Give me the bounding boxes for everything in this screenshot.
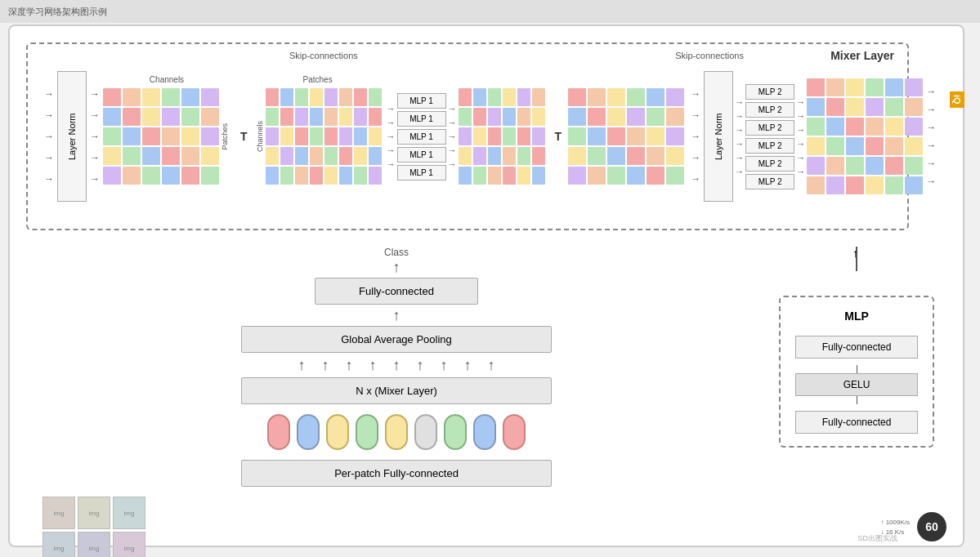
mlp2-box-4: MLP 2 <box>745 138 794 154</box>
mlp-fc-top: Fully-connected <box>795 336 918 359</box>
up-arrow-8: ↑ <box>464 358 472 372</box>
layer-norm-2: Layer Norm <box>704 71 733 202</box>
capsule-5 <box>385 414 408 450</box>
fully-connected-box: Fully-connected <box>315 278 478 305</box>
patch-grid-2 <box>266 88 382 185</box>
mlp-title: MLP <box>844 310 869 323</box>
mlp2-box-6: MLP 2 <box>745 174 794 189</box>
counter-badge: 60 <box>917 512 946 541</box>
up-arrow-6: ↑ <box>417 358 424 372</box>
channels-label: Channels <box>150 75 184 84</box>
top-bar-text: 深度学习网络架构图示例 <box>8 6 107 18</box>
capsule-8 <box>473 414 496 450</box>
patches-label: Patches <box>221 123 229 150</box>
speed-upload: ↑ 1009K/s <box>880 518 910 528</box>
iq-badge: iQ <box>950 91 964 108</box>
n-mixer-layer-box: N x (Mixer Layer) <box>241 377 552 404</box>
capsule-1 <box>267 414 290 450</box>
capsule-4 <box>356 414 378 450</box>
t-label-1: T <box>240 130 248 143</box>
capsule-2 <box>297 414 320 450</box>
mlp-fc-bottom: Fully-connected <box>795 411 918 434</box>
output-patch-grid-2 <box>568 88 684 185</box>
mlp2-box-5: MLP 2 <box>745 156 794 172</box>
global-avg-pooling-box: Global Average Pooling <box>241 326 552 353</box>
mlp1-box-2: MLP 1 <box>397 111 446 127</box>
t-label-2: T <box>555 130 562 143</box>
mlp1-box-5: MLP 1 <box>397 165 446 180</box>
up-arrow-class: ↑ <box>393 260 401 274</box>
mlp2-box-3: MLP 2 <box>745 120 794 136</box>
layer-norm-1: Layer Norm <box>57 71 87 202</box>
up-arrow-7: ↑ <box>441 358 448 372</box>
capsule-3 <box>326 414 349 450</box>
mixer-layer-title: Mixer Layer <box>830 49 894 62</box>
per-patch-fc-box: Per-patch Fully-connected <box>241 460 552 487</box>
main-container: iQ Mixer Layer Skip-connections Skip-con… <box>8 25 964 547</box>
skip-conn-left-label: Skip-connections <box>289 51 358 60</box>
mlp1-box-3: MLP 1 <box>397 129 446 145</box>
top-bar: 深度学习网络架构图示例 <box>0 0 980 23</box>
mlp2-box-2: MLP 2 <box>745 102 794 118</box>
multi-arrows-gap: ↑ ↑ ↑ ↑ ↑ ↑ ↑ ↑ ↑ <box>298 358 495 372</box>
up-arrow-fc: ↑ <box>393 308 401 323</box>
mlp2-box-1: MLP 2 <box>745 84 794 100</box>
capsule-row <box>267 414 526 450</box>
capsule-6 <box>414 414 437 450</box>
capsule-7 <box>444 414 467 450</box>
capsule-9 <box>503 414 526 450</box>
mlp1-section: MLP 1 MLP 1 MLP 1 MLP 1 MLP 1 <box>397 93 446 180</box>
patch-grid-1 <box>103 88 219 185</box>
up-arrow-5: ↑ <box>393 358 401 372</box>
final-output-grid <box>807 78 923 194</box>
watermark: SD出图实战 <box>857 533 897 544</box>
mlp-gelu: GELU <box>795 373 918 396</box>
mlp-right-section: ↑ MLP Fully-connected GELU Fully-connect… <box>767 238 946 541</box>
channels2-label: Channels <box>256 121 264 152</box>
up-arrow-2: ↑ <box>322 358 329 372</box>
up-arrow-4: ↑ <box>369 358 377 372</box>
mlp1-box-4: MLP 1 <box>397 147 446 163</box>
network-diagram: Class ↑ Fully-connected ↑ Global Average… <box>26 238 767 541</box>
up-arrow-3: ↑ <box>346 358 353 372</box>
patches-above-label: Patches <box>302 75 332 84</box>
mlp2-section: MLP 2 MLP 2 MLP 2 MLP 2 MLP 2 MLP 2 <box>745 84 794 189</box>
mlp-dashed-box: MLP Fully-connected GELU Fully-connected <box>779 296 934 448</box>
skip-conn-right-label: Skip-connections <box>675 51 744 60</box>
up-arrow-1: ↑ <box>298 358 306 372</box>
bottom-section: Class ↑ Fully-connected ↑ Global Average… <box>26 238 946 541</box>
mixer-layer-diagram: Mixer Layer Skip-connections Skip-connec… <box>26 42 909 230</box>
mlp1-box-1: MLP 1 <box>397 93 446 109</box>
output-patch-grid <box>459 88 545 185</box>
up-arrow-9: ↑ <box>488 358 495 372</box>
class-label: Class <box>384 247 409 258</box>
